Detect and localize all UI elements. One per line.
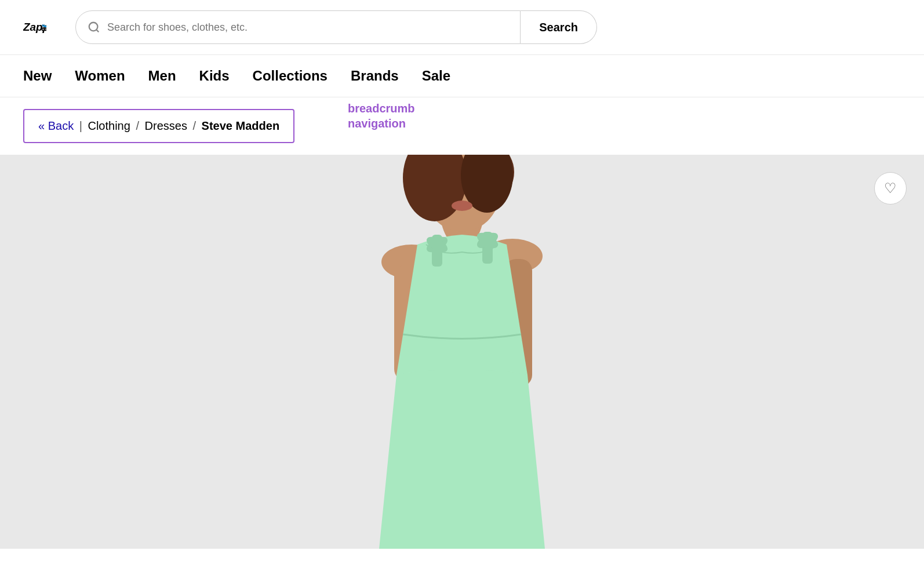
- svg-text:👟: 👟: [42, 22, 46, 28]
- nav-item-men[interactable]: Men: [148, 55, 199, 97]
- nav-item-brands[interactable]: Brands: [351, 55, 422, 97]
- nav-item-women[interactable]: Women: [75, 55, 148, 97]
- breadcrumb-path2: Dresses: [145, 119, 187, 132]
- svg-point-5: [89, 23, 98, 31]
- product-image-area: ♡: [0, 155, 924, 549]
- breadcrumb-slash1: /: [136, 119, 139, 132]
- nav-item-kids[interactable]: Kids: [199, 55, 253, 97]
- search-icon: [88, 21, 100, 34]
- product-image-svg: [0, 155, 924, 549]
- search-area: Search: [75, 10, 597, 44]
- search-input[interactable]: [107, 21, 508, 34]
- model-image: [0, 155, 924, 549]
- breadcrumb-path1: Clothing: [88, 119, 130, 132]
- breadcrumb-box: « Back | Clothing / Dresses / Steve Madd…: [23, 109, 294, 143]
- logo[interactable]: Zappos 👟 25 YEARS: [23, 13, 46, 42]
- breadcrumb-sep1: |: [79, 119, 82, 132]
- search-button[interactable]: Search: [521, 10, 597, 44]
- search-input-wrapper: [75, 10, 521, 44]
- site-header: Zappos 👟 25 YEARS Search: [0, 0, 924, 55]
- breadcrumb-outline: « Back | Clothing / Dresses / Steve Madd…: [23, 109, 294, 143]
- wishlist-button[interactable]: ♡: [874, 172, 907, 205]
- breadcrumb-back-link[interactable]: « Back: [38, 119, 74, 132]
- nav-item-sale[interactable]: Sale: [422, 55, 474, 97]
- main-nav: New Women Men Kids Collections Brands Sa…: [0, 55, 924, 97]
- svg-line-6: [96, 30, 99, 32]
- zappos-logo-icon: Zappos 👟 25 YEARS: [23, 13, 46, 42]
- nav-item-collections[interactable]: Collections: [253, 55, 351, 97]
- breadcrumb-slash2: /: [192, 119, 196, 132]
- breadcrumb-annotation-label: breadcrumb navigation: [348, 101, 399, 131]
- svg-point-23: [452, 200, 472, 211]
- breadcrumb-current: Steve Madden: [202, 119, 279, 132]
- svg-text:25 YEARS: 25 YEARS: [42, 28, 46, 31]
- breadcrumb-area: « Back | Clothing / Dresses / Steve Madd…: [0, 97, 924, 155]
- nav-item-new[interactable]: New: [23, 55, 75, 97]
- breadcrumb: « Back | Clothing / Dresses / Steve Madd…: [38, 119, 279, 132]
